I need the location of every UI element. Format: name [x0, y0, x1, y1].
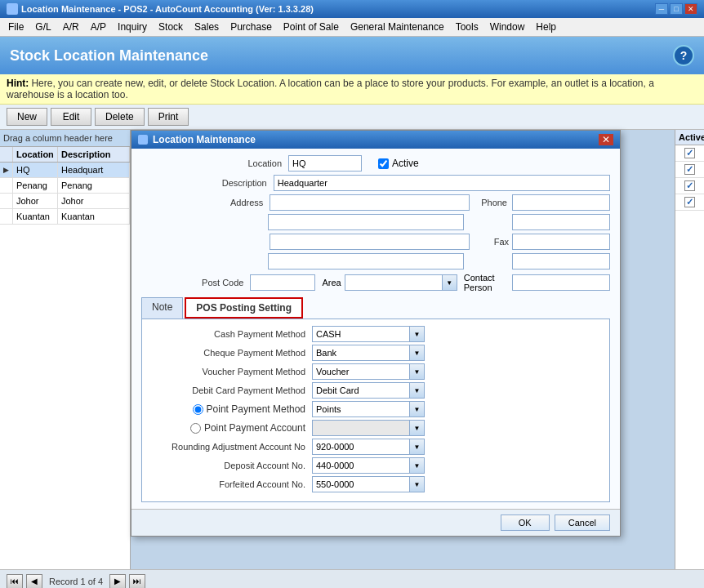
- address-input-4[interactable]: [268, 253, 464, 270]
- voucher-payment-dropdown-btn[interactable]: ▼: [410, 363, 425, 380]
- help-button[interactable]: ?: [673, 45, 694, 66]
- tab-pos-posting-setting[interactable]: POS Posting Setting: [185, 297, 303, 318]
- print-button[interactable]: Print: [148, 108, 189, 126]
- cancel-button[interactable]: Cancel: [555, 514, 610, 531]
- active-checkbox-johor[interactable]: ✓: [675, 178, 704, 194]
- fax-input-2[interactable]: [512, 253, 610, 270]
- cash-payment-label: Cash Payment Method: [149, 329, 312, 339]
- active-checkbox-kuantan[interactable]: ✓: [675, 194, 704, 211]
- grid-body: ▶ HQ Headquart Penang Penang Johor Johor…: [0, 163, 130, 569]
- delete-button[interactable]: Delete: [95, 108, 145, 126]
- rounding-account-dropdown[interactable]: 920-0000 ▼: [312, 439, 425, 455]
- edit-button[interactable]: Edit: [51, 108, 91, 126]
- cash-payment-dropdown-btn[interactable]: ▼: [410, 326, 425, 342]
- area-dropdown[interactable]: ▼: [345, 274, 457, 291]
- minimize-button[interactable]: ─: [655, 3, 668, 15]
- checkbox-penang[interactable]: ✓: [684, 164, 695, 175]
- address-input-2[interactable]: [268, 214, 464, 230]
- menu-pos[interactable]: Point of Sale: [278, 20, 344, 34]
- point-payment-method-radio[interactable]: [193, 404, 203, 415]
- forfeited-account-dropdown[interactable]: 550-0000 ▼: [312, 476, 425, 492]
- address-row1: Address Phone: [141, 194, 610, 211]
- cash-payment-dropdown[interactable]: CASH ▼: [312, 326, 425, 342]
- menu-help[interactable]: Help: [531, 20, 561, 34]
- col-location: Location: [13, 147, 58, 162]
- menu-window[interactable]: Window: [485, 20, 530, 34]
- active-checkbox-penang[interactable]: ✓: [675, 162, 704, 178]
- point-payment-account-radio[interactable]: [190, 423, 201, 434]
- phone-input[interactable]: [512, 194, 610, 211]
- dialog-body: Location Active Description Address: [131, 149, 620, 509]
- status-bar: ⏮ ◀ Record 1 of 4 ▶ ⏭: [0, 569, 704, 588]
- active-header: Active: [675, 130, 704, 145]
- point-payment-method-dropdown[interactable]: Points ▼: [312, 401, 425, 417]
- menu-sales[interactable]: Sales: [189, 20, 224, 34]
- debitcard-payment-dropdown[interactable]: Debit Card ▼: [312, 382, 425, 399]
- fax-label: Fax: [476, 237, 512, 247]
- maximize-button[interactable]: □: [670, 3, 683, 15]
- toolbar: New Edit Delete Print: [0, 105, 704, 130]
- forfeited-account-dropdown-btn[interactable]: ▼: [410, 476, 425, 492]
- menu-gl[interactable]: G/L: [30, 20, 56, 34]
- chevron-down-icon: ▼: [414, 425, 421, 432]
- menu-ar[interactable]: A/R: [58, 20, 84, 34]
- fax-input[interactable]: [512, 234, 610, 250]
- chevron-down-icon: ▼: [414, 387, 421, 394]
- address-input-1[interactable]: [270, 194, 469, 211]
- deposit-account-dropdown-btn[interactable]: ▼: [410, 457, 425, 474]
- new-button[interactable]: New: [7, 108, 47, 126]
- checkbox-hq[interactable]: ✓: [684, 148, 695, 158]
- checkbox-kuantan[interactable]: ✓: [684, 197, 695, 207]
- table-row[interactable]: Johor Johor: [0, 194, 130, 209]
- active-checkbox-hq[interactable]: ✓: [675, 145, 704, 162]
- menu-purchase[interactable]: Purchase: [225, 20, 277, 34]
- nav-next-button[interactable]: ▶: [109, 574, 126, 589]
- area-dropdown-btn[interactable]: ▼: [443, 274, 457, 291]
- row-indicator: ▶: [0, 163, 13, 177]
- rounding-account-value: 920-0000: [312, 439, 410, 455]
- menu-file[interactable]: File: [3, 20, 29, 34]
- deposit-account-dropdown[interactable]: 440-0000 ▼: [312, 457, 425, 474]
- description-input[interactable]: [274, 175, 610, 191]
- menu-ap[interactable]: A/P: [86, 20, 111, 34]
- debitcard-payment-dropdown-btn[interactable]: ▼: [410, 382, 425, 399]
- menu-stock[interactable]: Stock: [154, 20, 188, 34]
- postcode-row: Post Code Area ▼ Contact Person: [141, 273, 610, 292]
- contactperson-label: Contact Person: [464, 273, 509, 292]
- ok-button[interactable]: OK: [501, 514, 550, 531]
- menu-general-maintenance[interactable]: General Maintenance: [345, 20, 449, 34]
- point-payment-account-dropdown-btn[interactable]: ▼: [410, 420, 425, 436]
- dialog-close-button[interactable]: ✕: [599, 134, 613, 145]
- phone-input-2[interactable]: [512, 214, 610, 230]
- menu-inquiry[interactable]: Inquiry: [113, 20, 152, 34]
- voucher-payment-dropdown[interactable]: Voucher ▼: [312, 363, 425, 380]
- menu-tools[interactable]: Tools: [451, 20, 483, 34]
- nav-first-button[interactable]: ⏮: [7, 574, 23, 589]
- checkbox-johor[interactable]: ✓: [684, 180, 695, 191]
- table-row[interactable]: Kuantan Kuantan: [0, 209, 130, 225]
- active-checkbox[interactable]: [378, 158, 389, 169]
- area-label: Area: [322, 278, 341, 287]
- tab-note[interactable]: Note: [141, 297, 183, 318]
- nav-last-button[interactable]: ⏭: [129, 574, 145, 589]
- window-controls[interactable]: ─ □ ✕: [655, 3, 697, 15]
- location-input[interactable]: [288, 155, 362, 172]
- page-header: Stock Location Maintenance ?: [0, 37, 704, 74]
- table-row[interactable]: ▶ HQ Headquart: [0, 163, 130, 178]
- contactperson-input[interactable]: [512, 274, 610, 291]
- rounding-account-dropdown-btn[interactable]: ▼: [410, 439, 425, 455]
- cheque-payment-dropdown-btn[interactable]: ▼: [410, 345, 425, 361]
- checkmark-hq: ✓: [686, 148, 693, 158]
- hint-text: Here, you can create new, edit, or delet…: [7, 78, 654, 100]
- table-row[interactable]: Penang Penang: [0, 178, 130, 194]
- nav-prev-button[interactable]: ◀: [26, 574, 42, 589]
- cheque-payment-dropdown[interactable]: Bank ▼: [312, 345, 425, 361]
- postcode-input[interactable]: [250, 274, 315, 291]
- point-payment-method-dropdown-btn[interactable]: ▼: [410, 401, 425, 417]
- close-button[interactable]: ✕: [684, 3, 697, 15]
- address-input-3[interactable]: [270, 234, 470, 250]
- point-payment-account-dropdown[interactable]: ▼: [312, 420, 425, 436]
- address-label: Address: [141, 198, 270, 207]
- record-count: Record 1 of 4: [49, 577, 103, 586]
- point-payment-method-label: Point Payment Method: [149, 403, 312, 415]
